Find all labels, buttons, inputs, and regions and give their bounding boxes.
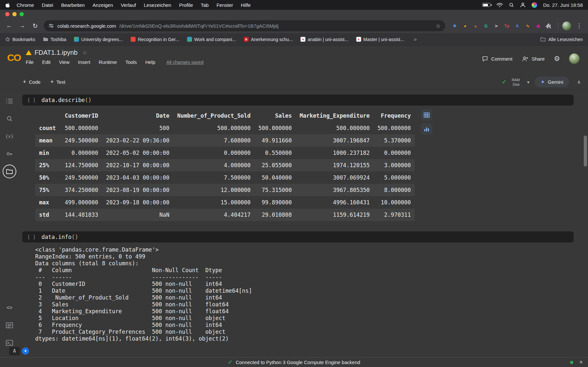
floating-badge[interactable]: A ✦ bbox=[9, 347, 29, 355]
minimize-window-button[interactable] bbox=[12, 12, 17, 16]
files-folder-icon[interactable] bbox=[2, 164, 17, 179]
extensions-puzzle-icon[interactable] bbox=[546, 23, 551, 29]
comment-button[interactable]: Comment bbox=[482, 56, 512, 62]
bookmark-item[interactable]: University degrees... bbox=[74, 37, 123, 42]
close-window-button[interactable] bbox=[5, 12, 9, 16]
browser-menu-button[interactable]: ⋮ bbox=[575, 22, 583, 29]
autosave-status[interactable]: All changes saved bbox=[167, 60, 204, 65]
output-line: Data columns (total 8 columns): bbox=[35, 260, 574, 267]
back-button[interactable]: ← bbox=[5, 22, 14, 29]
plus-icon: + bbox=[50, 79, 54, 85]
scrollbar-thumb[interactable] bbox=[584, 136, 587, 167]
bookmark-folder[interactable]: Toshiba bbox=[43, 37, 66, 42]
table-row: max499.0000002023-09-18 00:00:0015.00000… bbox=[35, 196, 415, 209]
code-text[interactable]: data.info bbox=[41, 234, 71, 240]
search-icon[interactable] bbox=[2, 111, 17, 126]
code-cell[interactable]: [ ] data.info() bbox=[22, 231, 574, 242]
star-notebook-icon[interactable]: ☆ bbox=[82, 50, 87, 56]
colab-menu-item[interactable]: View bbox=[59, 59, 69, 65]
colab-menu-item[interactable]: Tools bbox=[125, 59, 137, 65]
table-cell: 0.000000 bbox=[60, 147, 102, 159]
bookmark-item[interactable]: BAnerkennung schu... bbox=[244, 37, 293, 42]
browser-extension-icon[interactable]: Tp bbox=[504, 23, 510, 28]
close-status-button[interactable]: × bbox=[579, 359, 583, 366]
colab-menu-item[interactable]: File bbox=[26, 59, 34, 65]
colab-menu-item[interactable]: Runtime bbox=[99, 59, 117, 65]
table-cell: 1159.614219 bbox=[296, 209, 374, 221]
table-of-contents-icon[interactable] bbox=[2, 94, 17, 108]
menubar-item[interactable]: Chrome bbox=[17, 2, 34, 8]
browser-extension-icon[interactable]: ➤ bbox=[493, 23, 499, 28]
menubar-item[interactable]: Verlauf bbox=[121, 2, 136, 8]
user-avatar[interactable] bbox=[569, 53, 580, 64]
menubar-item[interactable]: Tab bbox=[201, 2, 209, 8]
secrets-key-icon[interactable] bbox=[2, 147, 17, 161]
share-button[interactable]: Share bbox=[522, 56, 545, 62]
ram-disk-meter[interactable]: RAMDisk bbox=[512, 78, 522, 87]
wifi-icon[interactable] bbox=[496, 3, 503, 7]
output-line: 5 Location 500 non-null object bbox=[35, 315, 574, 322]
menubar-item[interactable]: Lesezeichen bbox=[144, 2, 171, 8]
menubar-item[interactable]: Hilfe bbox=[241, 2, 251, 8]
colab-logo[interactable]: CO bbox=[7, 52, 21, 74]
bookmark-item[interactable]: ●Master | uni-assist... bbox=[356, 37, 404, 42]
table-output-icon[interactable] bbox=[421, 110, 432, 121]
bookmark-item[interactable]: ●anabin | uni-assist... bbox=[301, 37, 348, 42]
menubar-item[interactable]: Fenster bbox=[216, 2, 233, 8]
siri-icon[interactable] bbox=[532, 2, 537, 8]
menubar-item[interactable]: Anzeigen bbox=[93, 2, 113, 8]
collapse-toolbar-button[interactable]: ∧ bbox=[577, 79, 581, 85]
apple-menu-icon[interactable] bbox=[5, 2, 10, 8]
output-line: RangeIndex: 500 entries, 0 to 499 bbox=[35, 253, 574, 260]
colab-menu-item[interactable]: Help bbox=[145, 59, 155, 65]
chart-output-icon[interactable] bbox=[421, 124, 432, 135]
settings-gear-icon[interactable]: ⚙ bbox=[554, 55, 560, 63]
code-text[interactable]: data.describe bbox=[41, 97, 85, 103]
menubar-item[interactable]: Datei bbox=[42, 2, 53, 8]
colab-menu-item[interactable]: Edit bbox=[42, 59, 51, 65]
add-text-button[interactable]: +Text bbox=[50, 79, 65, 85]
browser-extension-icon[interactable]: ◉ bbox=[535, 23, 541, 28]
reload-button[interactable]: ↻ bbox=[31, 22, 40, 30]
cell-run-button[interactable]: [ ] bbox=[27, 97, 36, 103]
browser-extension-icon[interactable]: ❖ bbox=[452, 23, 458, 28]
site-settings-icon[interactable] bbox=[48, 23, 54, 29]
spotlight-icon[interactable] bbox=[509, 2, 514, 7]
colab-menu-item[interactable]: Insert bbox=[78, 59, 90, 65]
user-switch-icon[interactable] bbox=[520, 2, 526, 7]
browser-extension-icon[interactable]: A bbox=[514, 23, 520, 28]
bookmark-item[interactable]: Work and compani... bbox=[187, 37, 236, 42]
resources-caret-icon[interactable]: ▾ bbox=[527, 80, 529, 85]
table-row: min0.0000002022-05-02 00:00:000.0000000.… bbox=[35, 147, 415, 159]
ai-spark-badge[interactable]: ✦ bbox=[22, 347, 29, 355]
code-snippets-icon[interactable]: <> bbox=[2, 301, 17, 315]
notebook-title[interactable]: FDAT1.1.ipynb bbox=[35, 49, 78, 56]
menubar-clock[interactable]: Do. 27. Juni 18:58 bbox=[543, 2, 583, 8]
browser-extension-icon[interactable]: ∿ bbox=[525, 23, 531, 28]
cell-run-button[interactable]: [ ] bbox=[27, 234, 36, 240]
bookmark-item[interactable]: Recognition in Ger... bbox=[131, 37, 179, 42]
input-overlay-badge[interactable]: A bbox=[9, 347, 20, 355]
table-cell: 5.370000 bbox=[374, 134, 415, 147]
command-palette-icon[interactable] bbox=[2, 318, 17, 332]
gemini-button[interactable]: ✦Gemini bbox=[535, 77, 569, 87]
zoom-window-button[interactable] bbox=[20, 12, 24, 16]
browser-extension-icon[interactable]: G bbox=[483, 23, 489, 28]
browser-profile-avatar[interactable] bbox=[562, 22, 571, 30]
browser-extension-icon[interactable]: ▲ bbox=[473, 23, 478, 28]
variables-icon[interactable]: {x} bbox=[2, 129, 17, 143]
toolbar-divider bbox=[558, 22, 558, 29]
all-bookmarks-button[interactable]: Alle Lesezeichen bbox=[540, 37, 583, 42]
bookmark-item[interactable]: Bookmarks bbox=[5, 37, 35, 42]
bookmarks-overflow-button[interactable]: » bbox=[414, 37, 417, 42]
add-code-button[interactable]: +Code bbox=[23, 79, 40, 85]
browser-extension-icon[interactable]: ● bbox=[462, 23, 468, 28]
url-bar[interactable]: colab.research.google.com/drive/1mNkG5En… bbox=[44, 20, 445, 31]
menubar-item[interactable]: Profile bbox=[179, 2, 193, 8]
battery-icon[interactable] bbox=[482, 3, 491, 7]
forward-button[interactable]: → bbox=[18, 22, 27, 29]
menubar-item[interactable]: Bearbeiten bbox=[61, 2, 85, 8]
bookmark-star-icon[interactable]: ☆ bbox=[436, 22, 441, 29]
code-cell[interactable]: [ ] data.describe() bbox=[22, 95, 574, 106]
table-cell: 2023-08-19 00:00:00 bbox=[102, 184, 173, 196]
